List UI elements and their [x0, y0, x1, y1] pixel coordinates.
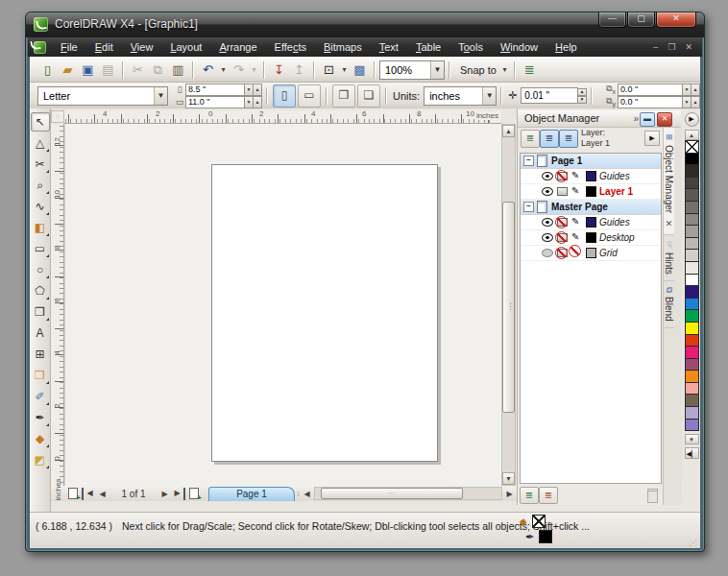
menu-help[interactable]: Help	[546, 39, 586, 55]
copy-icon[interactable]: ⧉	[148, 60, 168, 80]
pencil-icon[interactable]	[571, 217, 582, 228]
palette-scroll-down-icon[interactable]: ▼	[685, 434, 699, 444]
layer-row-guides[interactable]: Guides	[521, 169, 661, 184]
edit-across-layers-icon[interactable]: ≣	[540, 130, 559, 148]
scroll-right-icon[interactable]: ▶	[503, 488, 516, 500]
chevron-down-icon[interactable]: ▼	[430, 61, 444, 79]
add-page-icon[interactable]	[68, 488, 78, 499]
pick-tool[interactable]: ↖	[31, 112, 50, 132]
layer-row-desktop[interactable]: Desktop	[521, 230, 661, 246]
add-page-icon[interactable]	[189, 488, 199, 499]
export-icon[interactable]: ↥	[289, 60, 309, 80]
undo-icon[interactable]: ↶	[198, 60, 218, 80]
new-document-icon[interactable]: ▯	[37, 60, 58, 80]
menu-layout[interactable]: Layout	[161, 39, 210, 55]
menu-arrange[interactable]: Arrange	[210, 39, 265, 55]
palette-swatch-60-black[interactable]	[685, 201, 699, 214]
vertical-scrollbar[interactable]: ▲ ▼	[501, 124, 516, 486]
shape-tool[interactable]: △	[31, 133, 50, 153]
minimize-button[interactable]: —	[598, 12, 626, 28]
application-launcher-dropdown-icon[interactable]: ▾	[339, 60, 350, 80]
docker-collapse-button[interactable]: ▬	[640, 112, 655, 127]
eye-icon[interactable]	[542, 249, 553, 257]
resize-grip[interactable]: ⋰	[689, 538, 697, 547]
redo-dropdown-icon[interactable]: ▾	[249, 60, 259, 80]
palette-swatch-black[interactable]	[685, 153, 699, 166]
new-layer-button[interactable]: ≣	[520, 487, 539, 504]
tab-hints[interactable]: ☞Hints	[664, 235, 674, 281]
spin-up-icon[interactable]: ▲	[692, 84, 700, 96]
table-tool[interactable]: ⊞	[31, 345, 50, 364]
layer-row-guides[interactable]: Guides	[521, 215, 661, 230]
chevron-right-icon[interactable]: »	[633, 110, 639, 127]
all-pages-layout-button[interactable]: ❐	[332, 84, 355, 108]
palette-swatch-light-violet[interactable]	[685, 406, 699, 420]
interactive-blend-tool[interactable]: ❒	[31, 366, 50, 385]
current-page-layout-button[interactable]: ❏	[357, 84, 380, 108]
application-launcher-icon[interactable]: ⊡	[319, 60, 339, 80]
scroll-left-icon[interactable]: ◀	[301, 488, 313, 500]
nudge-offset-field[interactable]: 0.01 "	[521, 87, 578, 104]
expander-icon[interactable]: −	[523, 202, 534, 212]
pencil-icon[interactable]	[571, 248, 582, 258]
palette-swatch-50-black[interactable]	[685, 213, 699, 227]
eye-icon[interactable]	[542, 187, 553, 196]
printer-icon[interactable]	[557, 233, 568, 242]
horizontal-scrollbar[interactable]: ⋯	[314, 487, 502, 500]
paper-height-field[interactable]: 11.0 "	[185, 96, 245, 108]
palette-scroll-up-icon[interactable]: ▲	[685, 130, 699, 140]
palette-swatch-blue-violet[interactable]	[685, 285, 699, 299]
pencil-icon[interactable]	[571, 171, 582, 181]
first-page-button[interactable]: ◀	[82, 488, 96, 500]
crop-tool[interactable]: ✂	[31, 155, 50, 174]
menu-file[interactable]: File	[52, 39, 86, 55]
snapping-options-icon[interactable]: ≣	[520, 60, 540, 80]
smart-fill-tool[interactable]: ◧	[31, 218, 50, 237]
printer-icon[interactable]	[557, 187, 568, 196]
rectangle-tool[interactable]: ▭	[31, 239, 50, 258]
doc-minimize-button[interactable]: –	[653, 42, 658, 52]
doc-restore-button[interactable]: ❐	[667, 42, 675, 52]
outline-color-swatch[interactable]	[539, 530, 552, 543]
landscape-button[interactable]: ▭	[298, 84, 321, 108]
printer-icon[interactable]	[557, 249, 568, 257]
spin-up-icon[interactable]: ▲	[692, 96, 700, 108]
duplicate-x-field[interactable]: 0.0 "	[618, 84, 683, 96]
snap-to-label[interactable]: Snap to	[454, 64, 499, 76]
menu-effects[interactable]: Effects	[266, 39, 315, 55]
horizontal-ruler[interactable]: inches 420246810	[64, 110, 501, 124]
menu-bitmaps[interactable]: Bitmaps	[315, 39, 371, 55]
spin-up-icon[interactable]: ▲	[578, 88, 587, 96]
fill-tool[interactable]: ◆	[31, 429, 50, 448]
layer-manager-view-icon[interactable]: ≣	[559, 130, 578, 148]
eye-icon[interactable]	[542, 218, 553, 227]
drawing-canvas[interactable]	[64, 124, 502, 486]
palette-swatch-80-black[interactable]	[685, 177, 699, 190]
palette-swatch-70-black[interactable]	[685, 188, 699, 202]
printer-icon[interactable]	[557, 218, 568, 227]
previous-page-button[interactable]: ◀	[96, 488, 109, 500]
portrait-button[interactable]: ▯	[273, 84, 296, 108]
page-row-page-1[interactable]: −Page 1	[521, 154, 661, 169]
show-object-properties-icon[interactable]: ≣	[521, 130, 540, 148]
palette-swatch-violet[interactable]	[685, 419, 699, 432]
tab-object-manager[interactable]: ≣Object Manager✕	[664, 128, 674, 235]
spin-down-icon[interactable]: ▼	[245, 84, 254, 96]
menu-table[interactable]: Table	[407, 39, 449, 55]
palette-expand-icon[interactable]: ◀▏	[685, 447, 699, 459]
paste-icon[interactable]: ▥	[168, 60, 188, 80]
chevron-down-icon[interactable]: ▼	[482, 87, 496, 105]
open-folder-icon[interactable]: ▰	[58, 60, 78, 80]
scroll-down-icon[interactable]: ▼	[502, 472, 515, 485]
palette-swatch-blue[interactable]	[685, 298, 699, 311]
save-icon[interactable]: ▣	[78, 60, 98, 80]
paper-type-combo[interactable]: Letter ▼	[37, 86, 168, 106]
spin-up-icon[interactable]: ▲	[254, 96, 262, 108]
vertical-ruler[interactable]: 121086420	[51, 124, 64, 486]
palette-swatch-30-black[interactable]	[685, 237, 699, 251]
palette-swatch-purple[interactable]	[685, 358, 699, 372]
units-combo[interactable]: inches ▼	[424, 86, 497, 106]
pencil-icon[interactable]	[571, 232, 582, 243]
docker-close-button[interactable]: ✕	[657, 112, 672, 127]
next-page-button[interactable]: ▶	[158, 488, 171, 500]
